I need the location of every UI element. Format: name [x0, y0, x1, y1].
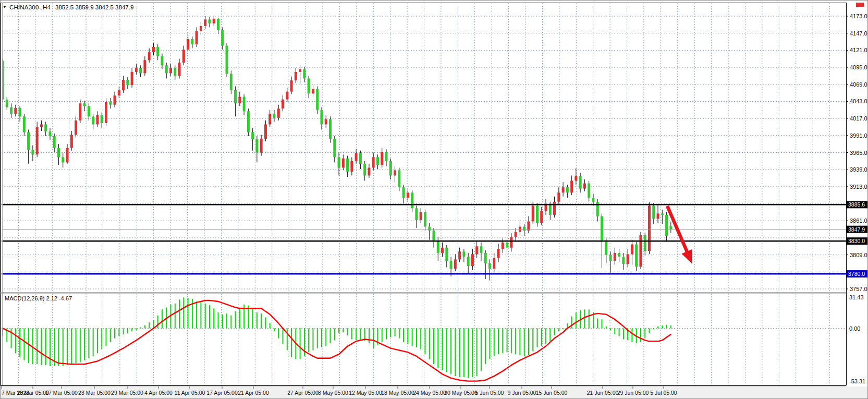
candle-down [428, 227, 431, 231]
time-tick-label[interactable]: 17 Mar 05:00 [45, 390, 78, 396]
macd-histogram-bar [459, 329, 460, 378]
macd-histogram-bar [347, 329, 348, 335]
macd-histogram-bar [256, 312, 258, 329]
candle-down [92, 116, 94, 124]
time-tick-label[interactable]: 9 Jun 05:00 [508, 390, 536, 396]
time-tick-label[interactable]: 18 May 05:00 [381, 390, 414, 396]
candle-up [497, 249, 500, 258]
macd-histogram-bar [395, 329, 396, 336]
symbol-dropdown-icon[interactable]: ▼ [3, 5, 7, 9]
candle-down [605, 241, 607, 255]
chart-canvas[interactable]: 4173.04147.04121.04095.04069.04043.04017… [1, 1, 868, 399]
time-tick-label[interactable]: 8 May 05:00 [318, 390, 348, 396]
time-tick-label[interactable]: 15 Jun 05:00 [536, 390, 568, 396]
candle-down [57, 148, 60, 158]
candle-down [243, 97, 246, 112]
candle-down [308, 78, 310, 93]
candle-down [424, 212, 426, 227]
time-tick-label[interactable]: 21 Jun 05:00 [587, 390, 619, 396]
macd-histogram-bar [235, 311, 236, 328]
time-tick-label[interactable]: 5 Jul 05:00 [650, 390, 677, 396]
macd-histogram-bar [162, 309, 163, 328]
candle-up [118, 90, 120, 95]
macd-histogram-bar [274, 329, 275, 332]
chart-title: ▼CHINA300-,H43852.5 3859.9 3842.5 3847.9 [3, 4, 133, 10]
macd-histogram-bar [270, 323, 271, 329]
candle-up [264, 124, 267, 139]
macd-histogram-bar [84, 329, 85, 360]
candle-down [579, 176, 582, 189]
macd-histogram-bar [571, 317, 572, 329]
macd-histogram-bar [356, 329, 357, 341]
candle-up [648, 205, 651, 251]
macd-histogram-bar [614, 329, 615, 334]
macd-histogram-bar [382, 329, 383, 343]
candle-down [549, 204, 552, 215]
macd-histogram-bar [19, 329, 20, 357]
candle-down [208, 19, 211, 23]
macd-histogram-bar [308, 329, 309, 353]
macd-histogram-bar [670, 325, 671, 329]
chart-shift-marker[interactable] [856, 3, 864, 7]
macd-histogram-bar [602, 319, 603, 328]
macd-histogram-bar [528, 329, 529, 356]
candle-up [627, 254, 629, 264]
macd-histogram-bar [300, 329, 301, 359]
candle-down [376, 157, 379, 165]
candle-down [644, 235, 646, 251]
time-tick-label[interactable]: 5 Jun 05:00 [475, 390, 504, 396]
candle-down [462, 251, 465, 257]
candle-down [450, 261, 453, 269]
candle-down [618, 253, 620, 257]
time-tick-label[interactable]: 29 Jun 05:00 [617, 390, 649, 396]
candle-down [88, 106, 90, 116]
candle-up [169, 68, 172, 73]
time-tick-label[interactable]: 12 May 05:00 [349, 390, 382, 396]
time-tick-label[interactable]: 17 Apr 05:00 [206, 390, 238, 396]
macd-histogram-bar [631, 329, 632, 343]
macd-histogram-bar [222, 315, 223, 329]
time-tick-label[interactable]: 21 Apr 05:00 [238, 390, 269, 396]
candle-up [372, 157, 375, 167]
candle-up [40, 124, 43, 127]
candle-down [126, 80, 129, 85]
candle-up [286, 92, 288, 100]
macd-histogram-bar [131, 329, 132, 332]
candle-up [368, 167, 370, 175]
candle-up [350, 161, 353, 172]
macd-histogram-bar [196, 301, 197, 329]
candle-down [652, 205, 655, 219]
macd-histogram-bar [36, 329, 38, 365]
candle-up [182, 50, 185, 63]
macd-histogram-bar [63, 329, 64, 367]
candle-up [510, 237, 512, 248]
candle-down [445, 248, 448, 261]
candle-down [62, 157, 64, 162]
macd-histogram-bar [153, 320, 154, 328]
candle-down [27, 132, 30, 150]
candle-down [217, 19, 219, 30]
time-tick-label[interactable]: 23 Mar 05:00 [78, 390, 111, 396]
time-tick-label[interactable]: 13 Mar 05:00 [17, 390, 49, 396]
candle-up [312, 89, 314, 94]
price-tick-label: 4121.0 [850, 47, 867, 53]
macd-histogram-bar [653, 329, 654, 330]
macd-histogram-bar [524, 329, 525, 356]
candle-down [385, 152, 388, 161]
time-tick-label[interactable]: 29 Mar 05:00 [111, 390, 143, 396]
time-tick-label[interactable]: 4 Apr 05:00 [144, 390, 173, 396]
macd-histogram-bar [76, 329, 77, 364]
candle-down [389, 161, 392, 176]
macd-histogram-bar [213, 308, 214, 328]
time-tick-label[interactable]: 24 May 05:00 [413, 390, 446, 396]
candle-up [200, 26, 202, 31]
candle-down [6, 100, 8, 107]
candle-down [346, 159, 349, 172]
candle-up [282, 100, 284, 109]
time-tick-label[interactable]: 27 Apr 05:00 [287, 390, 319, 396]
time-tick-label[interactable]: 11 Apr 05:00 [175, 390, 205, 396]
macd-histogram-bar [623, 329, 624, 340]
price-tick-label: 4147.0 [850, 30, 867, 37]
macd-histogram-bar [519, 329, 520, 356]
time-tick-label[interactable]: 30 May 05:00 [444, 390, 478, 396]
